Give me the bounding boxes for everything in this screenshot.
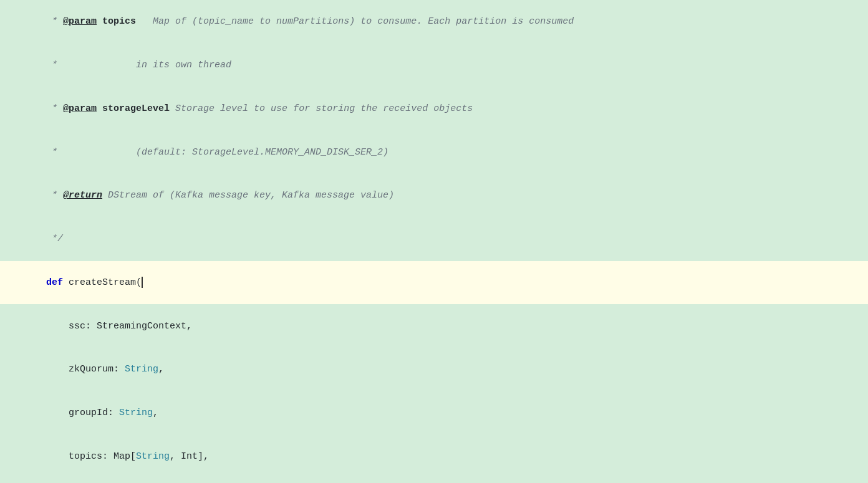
code-line-5: * @return DStream of (Kafka message key,… bbox=[0, 174, 868, 218]
code-line-11: topics: Map[String, Int], bbox=[0, 435, 868, 479]
code-line-8: ssc: StreamingContext, bbox=[0, 304, 868, 348]
text-cursor bbox=[142, 277, 143, 288]
code-line-10: groupId: String, bbox=[0, 391, 868, 435]
code-line-6: */ bbox=[0, 218, 868, 261]
code-line-9: zkQuorum: String, bbox=[0, 348, 868, 391]
code-line-1: * @param topics Map of (topic_name to nu… bbox=[0, 0, 868, 44]
code-editor: * @param topics Map of (topic_name to nu… bbox=[0, 0, 868, 483]
code-line-3: * @param storageLevel Storage level to u… bbox=[0, 87, 868, 131]
code-line-12: storageLevel: StorageLevel = StorageLeve… bbox=[0, 478, 868, 483]
code-line-7: def createStream( bbox=[0, 261, 868, 305]
code-line-2: * in its own thread bbox=[0, 44, 868, 87]
code-line-4: * (default: StorageLevel.MEMORY_AND_DISK… bbox=[0, 130, 868, 174]
